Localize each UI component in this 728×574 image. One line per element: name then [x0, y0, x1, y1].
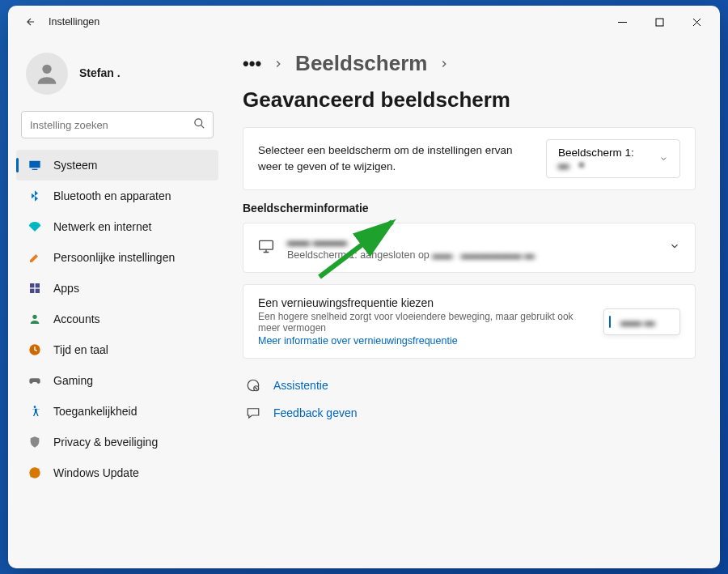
breadcrumb: ••• Beeldscherm Geavanceerd beeldscherm — [243, 51, 696, 113]
sidebar-item-label: Gaming — [53, 374, 93, 387]
sidebar-item-label: Netwerk en internet — [53, 220, 151, 233]
assistance-link[interactable]: Assistentie — [243, 372, 696, 399]
svg-point-1 — [42, 65, 51, 74]
refresh-rate-value: ▬▬ ▬ — [620, 316, 655, 328]
monitor-icon — [258, 238, 274, 257]
sidebar-item-update[interactable]: Windows Update — [16, 457, 218, 488]
sidebar-item-network[interactable]: Netwerk en internet — [16, 211, 218, 242]
svg-rect-12 — [260, 240, 273, 249]
svg-rect-6 — [36, 283, 40, 287]
sidebar-item-label: Bluetooth en apparaten — [53, 189, 171, 202]
update-icon — [28, 466, 42, 480]
arrow-left-icon — [25, 16, 36, 28]
svg-rect-3 — [29, 161, 40, 168]
sidebar-item-apps[interactable]: Apps — [16, 273, 218, 304]
privacy-icon — [28, 435, 42, 449]
apps-icon — [28, 281, 42, 296]
profile-name: Stefan . — [79, 66, 121, 79]
search-input[interactable] — [21, 111, 214, 138]
sidebar-item-privacy[interactable]: Privacy & beveiliging — [16, 427, 218, 457]
chevron-right-icon — [273, 58, 284, 70]
sidebar-item-label: Accounts — [53, 313, 100, 325]
avatar — [26, 53, 68, 95]
maximize-button[interactable] — [641, 9, 678, 35]
select-display-card: Selecteer een beeldscherm om de instelli… — [243, 127, 696, 190]
minimize-button[interactable] — [603, 9, 641, 35]
svg-rect-4 — [32, 169, 38, 170]
chevron-down-icon — [669, 240, 680, 255]
select-display-description: Selecteer een beeldscherm om de instelli… — [258, 142, 533, 174]
chevron-right-icon — [438, 58, 450, 70]
back-button[interactable] — [19, 11, 42, 33]
refresh-rate-title: Een vernieuwingsfrequentie kiezen — [258, 296, 590, 309]
svg-rect-7 — [30, 289, 34, 293]
sidebar-item-label: Toegankelijkheid — [53, 405, 138, 418]
refresh-rate-card: Een vernieuwingsfrequentie kiezen Een ho… — [243, 284, 696, 359]
sidebar-nav: SysteemBluetooth en apparatenNetwerk en … — [16, 150, 218, 488]
content-area: Stefan . SysteemBluetooth en apparatenNe… — [8, 38, 720, 568]
system-icon — [28, 158, 42, 172]
sidebar-item-label: Windows Update — [53, 466, 139, 479]
display-info-row[interactable]: ▬▬ ▬▬▬ Beeldscherm 1: aangesloten op ▬▬ … — [243, 223, 695, 272]
search-icon — [193, 117, 205, 133]
accounts-icon — [28, 312, 42, 326]
refresh-rate-help-link[interactable]: Meer informatie over vernieuwingsfrequen… — [258, 335, 590, 347]
display-picker-label: Beeldscherm 1: ▬ ■ — [558, 147, 653, 171]
assistance-label: Assistentie — [273, 379, 328, 392]
network-icon — [28, 219, 42, 234]
breadcrumb-current: Geavanceerd beeldscherm — [243, 87, 510, 113]
window-title: Instellingen — [49, 16, 99, 28]
sidebar-item-accounts[interactable]: Accounts — [16, 304, 218, 334]
sidebar-item-system[interactable]: Systeem — [16, 150, 218, 181]
sidebar-item-label: Apps — [53, 282, 79, 295]
sidebar-item-label: Persoonlijke instellingen — [53, 251, 175, 264]
refresh-rate-selector[interactable]: ▬▬ ▬ — [603, 308, 680, 335]
display-picker[interactable]: Beeldscherm 1: ▬ ■ — [546, 139, 680, 178]
profile-block[interactable]: Stefan . — [16, 38, 218, 111]
sidebar-item-label: Tijd en taal — [53, 343, 108, 356]
help-links: Assistentie Feedback geven — [243, 372, 696, 427]
sidebar-item-label: Systeem — [53, 159, 97, 172]
section-title: Beeldscherminformatie — [243, 202, 696, 215]
feedback-icon — [246, 406, 260, 420]
titlebar: Instellingen — [8, 6, 720, 38]
sidebar-item-gaming[interactable]: Gaming — [16, 365, 218, 396]
time-icon — [28, 342, 42, 357]
bluetooth-icon — [28, 189, 42, 203]
svg-point-2 — [195, 119, 202, 126]
help-icon — [246, 378, 260, 393]
svg-rect-8 — [36, 289, 40, 293]
breadcrumb-ellipsis[interactable]: ••• — [243, 53, 261, 74]
chevron-down-icon — [659, 154, 668, 164]
display-info-card: ▬▬ ▬▬▬ Beeldscherm 1: aangesloten op ▬▬ … — [243, 223, 696, 273]
feedback-link[interactable]: Feedback geven — [243, 399, 696, 427]
maximize-icon — [655, 18, 664, 27]
close-icon — [692, 18, 701, 27]
sidebar-item-label: Privacy & beveiliging — [53, 436, 158, 449]
window-controls — [603, 9, 715, 35]
sidebar-item-accessibility[interactable]: Toegankelijkheid — [16, 396, 218, 427]
user-icon — [33, 60, 61, 87]
svg-point-11 — [34, 406, 36, 408]
search-box — [21, 111, 214, 138]
display-info-subtitle: Beeldscherm 1: aangesloten op ▬▬ ▬▬▬▬▬▬ … — [287, 249, 535, 261]
svg-rect-0 — [656, 19, 663, 26]
display-info-title: ▬▬ ▬▬▬ — [287, 235, 535, 248]
main-pane: ••• Beeldscherm Geavanceerd beeldscherm … — [226, 38, 720, 568]
breadcrumb-parent[interactable]: Beeldscherm — [295, 51, 427, 76]
personalize-icon — [28, 250, 42, 265]
close-button[interactable] — [678, 9, 715, 35]
minimize-icon — [618, 18, 627, 27]
feedback-label: Feedback geven — [273, 406, 358, 419]
sidebar-item-personalize[interactable]: Persoonlijke instellingen — [16, 242, 218, 273]
svg-rect-5 — [30, 283, 34, 287]
sidebar-item-time[interactable]: Tijd en taal — [16, 334, 218, 365]
accessibility-icon — [28, 404, 42, 419]
svg-point-9 — [32, 315, 36, 319]
gaming-icon — [28, 373, 42, 388]
refresh-rate-subtitle: Een hogere snelheid zorgt voor vloeiende… — [258, 311, 590, 334]
sidebar: Stefan . SysteemBluetooth en apparatenNe… — [8, 38, 226, 568]
sidebar-item-bluetooth[interactable]: Bluetooth en apparaten — [16, 181, 218, 211]
settings-window: Instellingen Stefan . — [8, 6, 720, 568]
